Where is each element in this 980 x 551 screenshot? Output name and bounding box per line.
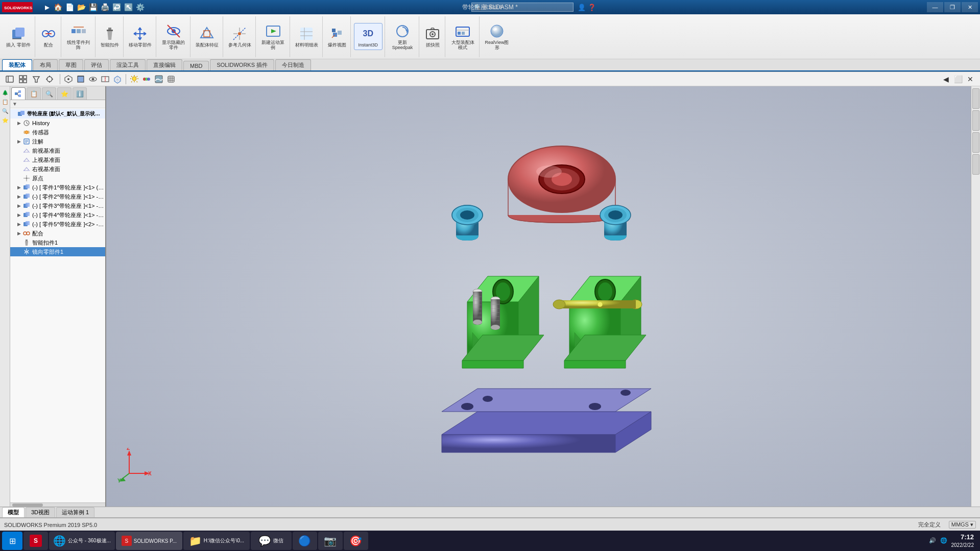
- instant3d-button[interactable]: 3D Instant3D: [354, 23, 383, 51]
- toolbar-icon-settings[interactable]: ⚙️: [136, 3, 145, 11]
- tree-item-mirror-part[interactable]: 镜向零部件1: [10, 247, 105, 256]
- sidebar-tab-favs[interactable]: ⭐: [57, 87, 71, 100]
- tab-sketch[interactable]: 草图: [59, 59, 83, 70]
- tab-sw-plugins[interactable]: SOLIDWORKS 插件: [210, 59, 274, 70]
- tree-item-mates[interactable]: ▶ 配合: [10, 229, 105, 238]
- tree-item-part5[interactable]: ▶ (-) [ 零件5^带轮座座 ]<2> -> (默: [10, 220, 105, 229]
- right-panel-icon-2[interactable]: [972, 110, 979, 131]
- restore-button[interactable]: ❐: [944, 2, 961, 12]
- large-assembly-button[interactable]: 大型装配体模式: [448, 22, 477, 52]
- tab-direct-edit[interactable]: 直接编辑: [147, 59, 182, 70]
- taskbar-app-misc2[interactable]: 📷: [318, 532, 343, 550]
- filter-icon[interactable]: [31, 74, 42, 85]
- user-icon[interactable]: 👤: [578, 4, 586, 11]
- minimize-button[interactable]: —: [927, 2, 943, 12]
- start-button[interactable]: ⊞: [2, 532, 22, 550]
- snapshot-button[interactable]: 抓快照: [422, 25, 443, 49]
- properties-tab-icon[interactable]: 📋: [1, 98, 9, 106]
- tree-item-right-plane[interactable]: 右视基准面: [10, 164, 105, 174]
- taskbar-app-folder[interactable]: 📁 H:\微信公众号\0...: [183, 532, 250, 550]
- units-display[interactable]: MMGS ▾: [949, 521, 976, 529]
- display-style-icon[interactable]: [75, 74, 86, 85]
- tree-item-root[interactable]: 带轮座座 (默认<_默认_显示状态-1>): [10, 109, 105, 118]
- taskbar-app-misc3[interactable]: 🎯: [344, 532, 368, 550]
- sidebar-toggle-icon[interactable]: [4, 74, 15, 85]
- right-panel-icon-3[interactable]: [972, 132, 979, 153]
- tree-item-smart-fastener[interactable]: 智能扣件1: [10, 238, 105, 247]
- hide-show-icon[interactable]: [87, 74, 99, 85]
- section-view-icon[interactable]: [100, 74, 111, 85]
- close-button[interactable]: ✕: [962, 2, 978, 12]
- new-motion-button[interactable]: 新建运动算例: [259, 22, 288, 52]
- tree-item-top-plane[interactable]: 上视基准面: [10, 155, 105, 164]
- view-orient-icon[interactable]: [63, 74, 74, 85]
- explode-button[interactable]: 爆炸视图: [326, 25, 348, 49]
- view-3d-icon[interactable]: [112, 74, 123, 85]
- favorites-tab-icon[interactable]: ⭐: [1, 116, 9, 124]
- taskbar-app-sw-main[interactable]: S SOLIDWORKS P...: [116, 532, 182, 550]
- viewport[interactable]: Z X Y: [106, 86, 971, 507]
- bottom-tab-motion[interactable]: 运动算例 1: [56, 507, 94, 517]
- search-tab-icon[interactable]: 🔍: [1, 107, 9, 115]
- toolbar-icon-new[interactable]: 📄: [65, 3, 74, 11]
- linear-array-button[interactable]: 线性零件列阵: [64, 22, 93, 52]
- materials-button[interactable]: 材料明细表: [293, 25, 320, 49]
- move-part-button[interactable]: 移动零部件: [127, 25, 154, 49]
- sidebar-tab-tree[interactable]: [11, 87, 26, 100]
- sidebar-tab-filter[interactable]: 🔍: [42, 87, 56, 100]
- tree-item-origin[interactable]: 原点: [10, 174, 105, 183]
- sidebar-tab-info[interactable]: ℹ️: [73, 87, 87, 100]
- systray-volume[interactable]: 🔊: [929, 537, 936, 544]
- taskbar-app-misc1[interactable]: 🔵: [293, 532, 317, 550]
- tree-item-part2[interactable]: ▶ (-) [ 零件2^带轮座座 ]<1> -> (默: [10, 192, 105, 201]
- tab-mbd[interactable]: MBD: [183, 61, 209, 70]
- right-panel-icon-1[interactable]: [972, 88, 979, 109]
- assembly-features-button[interactable]: 装配体特征: [194, 25, 221, 49]
- sidebar-scrollbar[interactable]: [10, 502, 105, 507]
- appearances-icon[interactable]: [141, 74, 152, 85]
- tab-layout[interactable]: 布局: [33, 59, 58, 70]
- tab-render-tools[interactable]: 渲染工具: [110, 59, 146, 70]
- show-hidden-button[interactable]: 显示隐藏的零件: [159, 22, 188, 52]
- tab-assembly[interactable]: 装配体: [2, 59, 32, 70]
- taskbar-app-sw-logo[interactable]: S: [23, 532, 48, 550]
- panel-close-icon[interactable]: ✕: [965, 74, 976, 85]
- toolbar-icon-open[interactable]: 📂: [77, 3, 86, 11]
- tree-item-sensors[interactable]: 传感器: [10, 128, 105, 137]
- snap-icon[interactable]: [44, 74, 55, 85]
- insert-parts-button[interactable]: 插入 零部件: [4, 25, 33, 49]
- update-speedpak-button[interactable]: 更新Speedpak: [388, 22, 417, 52]
- tree-item-annotations[interactable]: ▶ 注解: [10, 137, 105, 146]
- toolbar-icon-print[interactable]: 🖨️: [101, 3, 109, 11]
- help-icon[interactable]: ❓: [588, 4, 596, 11]
- systray-network[interactable]: 🌐: [940, 537, 947, 544]
- realview-button[interactable]: RealView图形: [483, 22, 511, 52]
- reference-geom-button[interactable]: 参考几何体: [226, 25, 253, 49]
- lights-icon[interactable]: [129, 74, 140, 85]
- tree-item-part1[interactable]: ▶ (-) [ 零件1^带轮座座 ]<1> (默认<: [10, 183, 105, 192]
- scene-icon[interactable]: [153, 74, 164, 85]
- toolbar-icon-save[interactable]: 💾: [89, 3, 98, 11]
- view-settings-icon[interactable]: [165, 74, 177, 85]
- tree-item-front-plane[interactable]: 前视基准面: [10, 146, 105, 155]
- toolbar-icon-home[interactable]: 🏠: [54, 3, 62, 11]
- sidebar-tab-props[interactable]: 📋: [27, 87, 41, 100]
- tree-item-history[interactable]: ▶ History: [10, 118, 105, 128]
- right-panel-icon-4[interactable]: [972, 154, 979, 175]
- taskbar-app-360[interactable]: 🌐 公众号 - 360极速...: [49, 532, 115, 550]
- feature-tree-icon[interactable]: [17, 74, 29, 85]
- tree-tab-icon[interactable]: 🌲: [1, 88, 9, 97]
- smart-fastener-button[interactable]: 智能扣件: [99, 25, 121, 49]
- tree-item-part3[interactable]: ▶ (-) [ 零件3^带轮座座 ]<1> -> (默: [10, 201, 105, 210]
- toolbar-icon-undo[interactable]: ↩️: [112, 3, 121, 11]
- bottom-tab-3dview[interactable]: 3D视图: [26, 507, 55, 517]
- tree-item-part4[interactable]: ▶ (-) [ 零件4^带轮座座 ]<1> -> (默: [10, 210, 105, 220]
- bottom-tab-model[interactable]: 模型: [2, 507, 25, 517]
- toolbar-icon-cursor[interactable]: ↖️: [124, 3, 133, 11]
- tab-today-manufacture[interactable]: 今日制造: [275, 59, 311, 70]
- tab-evaluate[interactable]: 评估: [84, 59, 109, 70]
- panel-float-icon[interactable]: ⬜: [952, 74, 964, 85]
- taskbar-app-wechat[interactable]: 💬 微信: [251, 532, 292, 550]
- time-display[interactable]: 7:12 2022/2/22: [951, 533, 974, 548]
- panel-expand-right[interactable]: ◀: [940, 74, 951, 85]
